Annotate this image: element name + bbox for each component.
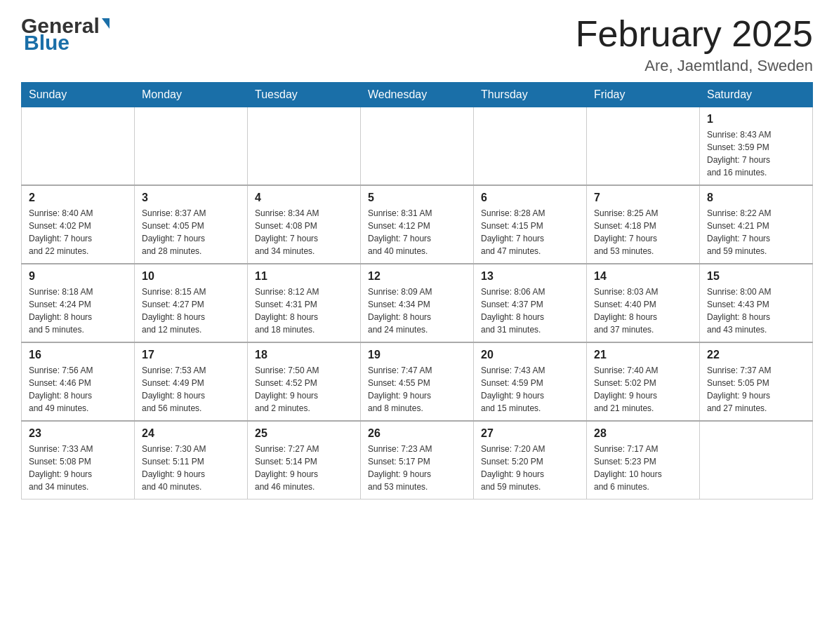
logo-triangle-icon [102, 18, 110, 29]
day-info: Sunrise: 7:33 AM Sunset: 5:08 PM Dayligh… [29, 443, 127, 493]
day-number: 15 [707, 270, 805, 283]
day-info: Sunrise: 8:18 AM Sunset: 4:24 PM Dayligh… [29, 286, 127, 336]
day-info: Sunrise: 7:27 AM Sunset: 5:14 PM Dayligh… [255, 443, 353, 493]
calendar-cell [135, 107, 248, 186]
day-info: Sunrise: 8:43 AM Sunset: 3:59 PM Dayligh… [707, 128, 805, 179]
day-number: 18 [255, 349, 353, 361]
day-number: 17 [142, 349, 240, 361]
calendar-week-row: 23Sunrise: 7:33 AM Sunset: 5:08 PM Dayli… [22, 421, 813, 499]
calendar-cell [587, 107, 700, 186]
day-number: 19 [368, 349, 466, 361]
day-number: 21 [594, 349, 692, 361]
day-number: 8 [707, 192, 805, 204]
calendar-cell: 2Sunrise: 8:40 AM Sunset: 4:02 PM Daylig… [22, 185, 135, 264]
day-info: Sunrise: 8:03 AM Sunset: 4:40 PM Dayligh… [594, 286, 692, 336]
day-info: Sunrise: 7:20 AM Sunset: 5:20 PM Dayligh… [481, 443, 579, 493]
day-info: Sunrise: 8:15 AM Sunset: 4:27 PM Dayligh… [142, 286, 240, 336]
logo: General Blue [21, 14, 110, 55]
day-number: 3 [142, 192, 240, 204]
calendar-cell: 25Sunrise: 7:27 AM Sunset: 5:14 PM Dayli… [248, 421, 361, 499]
day-info: Sunrise: 7:47 AM Sunset: 4:55 PM Dayligh… [368, 364, 466, 415]
day-info: Sunrise: 8:34 AM Sunset: 4:08 PM Dayligh… [255, 207, 353, 257]
calendar-cell: 24Sunrise: 7:30 AM Sunset: 5:11 PM Dayli… [135, 421, 248, 499]
calendar-cell [22, 107, 135, 186]
day-number: 10 [142, 270, 240, 283]
calendar-cell: 13Sunrise: 8:06 AM Sunset: 4:37 PM Dayli… [474, 264, 587, 342]
page-header: General Blue February 2025 Are, Jaemtlan… [21, 14, 813, 75]
calendar-cell [700, 421, 813, 499]
logo-blue: Blue [21, 31, 70, 55]
day-number: 25 [255, 427, 353, 440]
weekday-header-friday: Friday [587, 83, 700, 107]
day-info: Sunrise: 7:23 AM Sunset: 5:17 PM Dayligh… [368, 443, 466, 493]
day-number: 12 [368, 270, 466, 283]
day-info: Sunrise: 8:09 AM Sunset: 4:34 PM Dayligh… [368, 286, 466, 336]
calendar-cell [361, 107, 474, 186]
calendar-cell: 9Sunrise: 8:18 AM Sunset: 4:24 PM Daylig… [22, 264, 135, 342]
day-info: Sunrise: 7:40 AM Sunset: 5:02 PM Dayligh… [594, 364, 692, 415]
day-number: 13 [481, 270, 579, 283]
calendar-cell: 7Sunrise: 8:25 AM Sunset: 4:18 PM Daylig… [587, 185, 700, 264]
calendar-cell: 8Sunrise: 8:22 AM Sunset: 4:21 PM Daylig… [700, 185, 813, 264]
calendar-cell: 27Sunrise: 7:20 AM Sunset: 5:20 PM Dayli… [474, 421, 587, 499]
weekday-header-saturday: Saturday [700, 83, 813, 107]
calendar-cell: 23Sunrise: 7:33 AM Sunset: 5:08 PM Dayli… [22, 421, 135, 499]
day-info: Sunrise: 8:22 AM Sunset: 4:21 PM Dayligh… [707, 207, 805, 257]
calendar-cell: 19Sunrise: 7:47 AM Sunset: 4:55 PM Dayli… [361, 342, 474, 421]
day-number: 9 [29, 270, 127, 283]
day-number: 27 [481, 427, 579, 440]
calendar-week-row: 2Sunrise: 8:40 AM Sunset: 4:02 PM Daylig… [22, 185, 813, 264]
day-info: Sunrise: 8:25 AM Sunset: 4:18 PM Dayligh… [594, 207, 692, 257]
calendar-cell: 28Sunrise: 7:17 AM Sunset: 5:23 PM Dayli… [587, 421, 700, 499]
calendar-cell: 22Sunrise: 7:37 AM Sunset: 5:05 PM Dayli… [700, 342, 813, 421]
day-number: 11 [255, 270, 353, 283]
location-subtitle: Are, Jaemtland, Sweden [576, 57, 813, 75]
day-number: 4 [255, 192, 353, 204]
day-info: Sunrise: 8:37 AM Sunset: 4:05 PM Dayligh… [142, 207, 240, 257]
day-info: Sunrise: 7:37 AM Sunset: 5:05 PM Dayligh… [707, 364, 805, 415]
calendar-cell: 14Sunrise: 8:03 AM Sunset: 4:40 PM Dayli… [587, 264, 700, 342]
day-number: 24 [142, 427, 240, 440]
day-info: Sunrise: 7:30 AM Sunset: 5:11 PM Dayligh… [142, 443, 240, 493]
weekday-header-thursday: Thursday [474, 83, 587, 107]
month-title: February 2025 [576, 14, 813, 54]
day-number: 6 [481, 192, 579, 204]
calendar-cell: 11Sunrise: 8:12 AM Sunset: 4:31 PM Dayli… [248, 264, 361, 342]
calendar-table: SundayMondayTuesdayWednesdayThursdayFrid… [21, 82, 813, 499]
day-info: Sunrise: 8:28 AM Sunset: 4:15 PM Dayligh… [481, 207, 579, 257]
calendar-cell: 15Sunrise: 8:00 AM Sunset: 4:43 PM Dayli… [700, 264, 813, 342]
day-number: 23 [29, 427, 127, 440]
day-number: 26 [368, 427, 466, 440]
day-info: Sunrise: 8:06 AM Sunset: 4:37 PM Dayligh… [481, 286, 579, 336]
day-info: Sunrise: 8:40 AM Sunset: 4:02 PM Dayligh… [29, 207, 127, 257]
weekday-header-monday: Monday [135, 83, 248, 107]
day-number: 7 [594, 192, 692, 204]
weekday-header-row: SundayMondayTuesdayWednesdayThursdayFrid… [22, 83, 813, 107]
calendar-cell: 12Sunrise: 8:09 AM Sunset: 4:34 PM Dayli… [361, 264, 474, 342]
calendar-cell [474, 107, 587, 186]
calendar-week-row: 16Sunrise: 7:56 AM Sunset: 4:46 PM Dayli… [22, 342, 813, 421]
calendar-cell [248, 107, 361, 186]
day-info: Sunrise: 7:56 AM Sunset: 4:46 PM Dayligh… [29, 364, 127, 415]
calendar-week-row: 1Sunrise: 8:43 AM Sunset: 3:59 PM Daylig… [22, 107, 813, 186]
calendar-cell: 5Sunrise: 8:31 AM Sunset: 4:12 PM Daylig… [361, 185, 474, 264]
calendar-cell: 16Sunrise: 7:56 AM Sunset: 4:46 PM Dayli… [22, 342, 135, 421]
day-info: Sunrise: 7:17 AM Sunset: 5:23 PM Dayligh… [594, 443, 692, 493]
title-area: February 2025 Are, Jaemtland, Sweden [576, 14, 813, 75]
day-number: 16 [29, 349, 127, 361]
calendar-cell: 6Sunrise: 8:28 AM Sunset: 4:15 PM Daylig… [474, 185, 587, 264]
calendar-cell: 17Sunrise: 7:53 AM Sunset: 4:49 PM Dayli… [135, 342, 248, 421]
day-info: Sunrise: 7:53 AM Sunset: 4:49 PM Dayligh… [142, 364, 240, 415]
day-number: 14 [594, 270, 692, 283]
day-number: 20 [481, 349, 579, 361]
day-info: Sunrise: 7:43 AM Sunset: 4:59 PM Dayligh… [481, 364, 579, 415]
calendar-week-row: 9Sunrise: 8:18 AM Sunset: 4:24 PM Daylig… [22, 264, 813, 342]
day-info: Sunrise: 7:50 AM Sunset: 4:52 PM Dayligh… [255, 364, 353, 415]
day-info: Sunrise: 8:00 AM Sunset: 4:43 PM Dayligh… [707, 286, 805, 336]
calendar-cell: 21Sunrise: 7:40 AM Sunset: 5:02 PM Dayli… [587, 342, 700, 421]
day-info: Sunrise: 8:31 AM Sunset: 4:12 PM Dayligh… [368, 207, 466, 257]
calendar-cell: 10Sunrise: 8:15 AM Sunset: 4:27 PM Dayli… [135, 264, 248, 342]
calendar-cell: 26Sunrise: 7:23 AM Sunset: 5:17 PM Dayli… [361, 421, 474, 499]
weekday-header-wednesday: Wednesday [361, 83, 474, 107]
day-number: 2 [29, 192, 127, 204]
